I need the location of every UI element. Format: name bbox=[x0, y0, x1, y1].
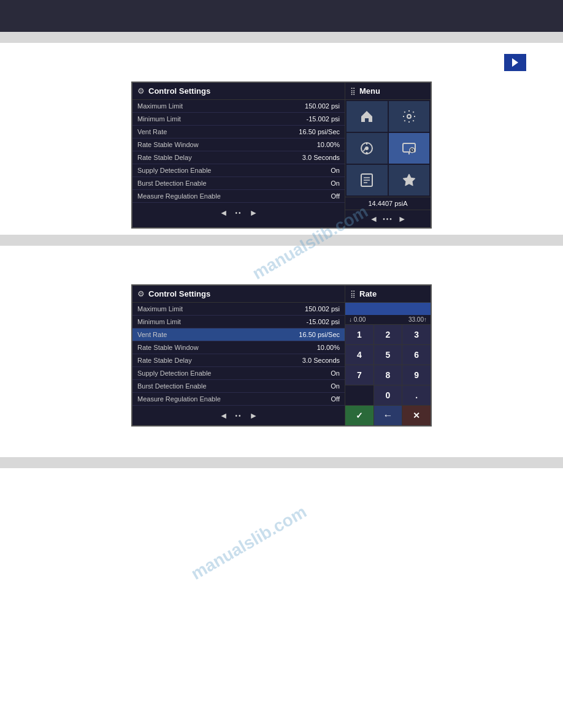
ctrl-row-supply-detect-1[interactable]: Supply Detection Enable On bbox=[132, 164, 345, 177]
ctrl-row-label: Rate Stable Delay bbox=[137, 154, 192, 161]
menu-grid-icon-1: ⣿ bbox=[350, 87, 356, 96]
top-header-bar bbox=[0, 0, 563, 32]
numpad-key-6[interactable]: 6 bbox=[402, 345, 431, 365]
ctrl-row-value: On bbox=[331, 370, 340, 377]
menu-panel-header-1: ⣿ Menu bbox=[345, 83, 431, 100]
menu-next-button-1[interactable]: ► bbox=[398, 214, 407, 224]
ctrl-row-label: Measure Regulation Enable bbox=[137, 395, 221, 403]
ctrl-header-title-1: Control Settings bbox=[148, 86, 210, 96]
control-settings-panel-2: ⚙ Control Settings Maximum Limit 150.002… bbox=[131, 284, 432, 427]
ctrl-row-value: Off bbox=[331, 192, 340, 200]
numpad-input-bar[interactable] bbox=[345, 303, 431, 315]
ctrl-row-burst-detect-1[interactable]: Burst Detection Enable On bbox=[132, 177, 345, 190]
numpad-key-5[interactable]: 5 bbox=[374, 345, 402, 365]
ctrl-row-min-limit-2[interactable]: Minimum Limit -15.002 psi bbox=[132, 316, 345, 328]
ctrl-row-rate-stable-window-1[interactable]: Rate Stable Window 10.00% bbox=[132, 138, 345, 151]
ctrl-prev-button-2[interactable]: ◄ bbox=[220, 411, 228, 420]
numpad-key-8[interactable]: 8 bbox=[374, 365, 402, 385]
numpad-key-0[interactable]: 0 bbox=[374, 385, 402, 405]
menu-favorites-button[interactable] bbox=[389, 165, 430, 195]
numpad-key-4[interactable]: 4 bbox=[345, 345, 373, 365]
ctrl-header-title-2: Control Settings bbox=[148, 289, 210, 298]
watermark-2: manualslib.com bbox=[188, 502, 310, 584]
ctrl-row-label: Vent Rate bbox=[137, 128, 167, 135]
ctrl-row-label: Supply Detection Enable bbox=[137, 370, 211, 377]
numpad-range: ↓ 0.00 33.00↑ bbox=[345, 315, 431, 325]
menu-panel-1: ⣿ Menu bbox=[345, 83, 431, 227]
section-divider-bottom bbox=[0, 457, 563, 468]
svg-point-0 bbox=[407, 115, 411, 118]
menu-page-dots-1: ••• bbox=[383, 216, 393, 222]
ctrl-list-header-1: ⚙ Control Settings bbox=[132, 83, 345, 100]
ctrl-row-value: 10.00% bbox=[317, 141, 340, 148]
ctrl-row-label: Minimum Limit bbox=[137, 318, 181, 325]
numpad-key-empty bbox=[345, 385, 373, 405]
numpad-range-high: 33.00↑ bbox=[408, 316, 427, 323]
ctrl-row-vent-rate-2[interactable]: Vent Rate 16.50 psi/Sec bbox=[132, 328, 345, 341]
numpad-key-1[interactable]: 1 bbox=[345, 325, 373, 344]
ctrl-row-rate-stable-delay-2[interactable]: Rate Stable Delay 3.0 Seconds bbox=[132, 354, 345, 367]
ctrl-header-icon-2: ⚙ bbox=[137, 289, 145, 298]
ctrl-row-value: 3.0 Seconds bbox=[302, 154, 340, 161]
menu-prev-button-1[interactable]: ◄ bbox=[369, 214, 378, 224]
numpad-clear-button[interactable]: ✕ bbox=[402, 406, 431, 425]
ctrl-next-button-1[interactable]: ► bbox=[250, 208, 258, 218]
ctrl-row-burst-detect-2[interactable]: Burst Detection Enable On bbox=[132, 380, 345, 393]
ctrl-row-rate-stable-window-2[interactable]: Rate Stable Window 10.00% bbox=[132, 341, 345, 354]
section-divider-1 bbox=[0, 32, 563, 43]
ctrl-row-label: Rate Stable Window bbox=[137, 141, 199, 148]
ctrl-row-measure-reg-2[interactable]: Measure Regulation Enable Off bbox=[132, 393, 345, 406]
numpad-key-3[interactable]: 3 bbox=[402, 325, 431, 344]
numpad-confirm-button[interactable]: ✓ bbox=[345, 406, 373, 425]
numpad-key-dot[interactable]: . bbox=[402, 385, 431, 405]
ctrl-next-button-2[interactable]: ► bbox=[250, 411, 258, 420]
numpad-key-9[interactable]: 9 bbox=[402, 365, 431, 385]
menu-report-button[interactable] bbox=[347, 165, 388, 195]
ctrl-row-rate-stable-delay-1[interactable]: Rate Stable Delay 3.0 Seconds bbox=[132, 151, 345, 164]
nav-next-button[interactable] bbox=[504, 54, 526, 71]
ctrl-row-label: Vent Rate bbox=[137, 331, 167, 338]
nav-next-arrow-icon bbox=[512, 58, 518, 67]
ctrl-row-vent-rate-1[interactable]: Vent Rate 16.50 psi/Sec bbox=[132, 126, 345, 138]
menu-display-settings-button[interactable] bbox=[389, 133, 430, 164]
svg-point-2 bbox=[365, 146, 369, 150]
ctrl-row-measure-reg-1[interactable]: Measure Regulation Enable Off bbox=[132, 190, 345, 203]
ctrl-row-value: Off bbox=[331, 395, 340, 403]
ctrl-row-label: Rate Stable Delay bbox=[137, 357, 192, 364]
ctrl-prev-button-1[interactable]: ◄ bbox=[220, 208, 228, 218]
ctrl-row-value: On bbox=[331, 167, 340, 174]
numpad-grid-icon: ⣿ bbox=[350, 290, 356, 298]
ctrl-row-value: 16.50 psi/Sec bbox=[299, 128, 340, 135]
ctrl-row-value: -15.002 psi bbox=[307, 318, 340, 325]
numpad-title: Rate bbox=[359, 289, 377, 298]
svg-rect-5 bbox=[366, 153, 368, 154]
numpad-key-7[interactable]: 7 bbox=[345, 365, 373, 385]
control-settings-panel-1: ⚙ Control Settings Maximum Limit 150.002… bbox=[131, 82, 432, 229]
menu-panel-footer-1: ◄ ••• ► bbox=[345, 210, 431, 227]
ctrl-page-dots-1: •• bbox=[235, 210, 242, 216]
bottom-spacer bbox=[0, 433, 563, 451]
menu-panel-title-1: Menu bbox=[359, 86, 380, 96]
ctrl-row-label: Maximum Limit bbox=[137, 305, 183, 313]
ctrl-row-min-limit-1[interactable]: Minimum Limit -15.002 psi bbox=[132, 113, 345, 126]
ctrl-row-supply-detect-2[interactable]: Supply Detection Enable On bbox=[132, 367, 345, 380]
ctrl-list-footer-1: ◄ •• ► bbox=[132, 203, 345, 222]
ctrl-list-footer-2: ◄ •• ► bbox=[132, 406, 345, 425]
numpad-range-low: ↓ 0.00 bbox=[349, 316, 366, 323]
menu-status-bar-1: 14.4407 psiA bbox=[345, 197, 431, 210]
ctrl-row-label: Maximum Limit bbox=[137, 102, 183, 110]
numpad-backspace-button[interactable]: ← bbox=[374, 406, 402, 425]
ctrl-row-label: Measure Regulation Enable bbox=[137, 192, 221, 200]
ctrl-row-value: 16.50 psi/Sec bbox=[299, 331, 340, 338]
ctrl-row-value: 150.002 psi bbox=[305, 102, 340, 110]
ctrl-list-panel-1: ⚙ Control Settings Maximum Limit 150.002… bbox=[132, 83, 345, 227]
ctrl-list-panel-2: ⚙ Control Settings Maximum Limit 150.002… bbox=[132, 286, 345, 425]
numpad-input-value bbox=[387, 305, 389, 313]
menu-calibration-button[interactable] bbox=[347, 133, 388, 164]
ctrl-row-max-limit-2[interactable]: Maximum Limit 150.002 psi bbox=[132, 303, 345, 316]
menu-home-button[interactable] bbox=[347, 101, 388, 132]
menu-settings-button[interactable] bbox=[389, 101, 430, 132]
numpad-key-2[interactable]: 2 bbox=[374, 325, 402, 344]
ctrl-row-max-limit-1[interactable]: Maximum Limit 150.002 psi bbox=[132, 100, 345, 113]
numpad-grid: 1 2 3 4 5 6 7 8 9 0 . ✓ ← ✕ bbox=[345, 325, 431, 425]
